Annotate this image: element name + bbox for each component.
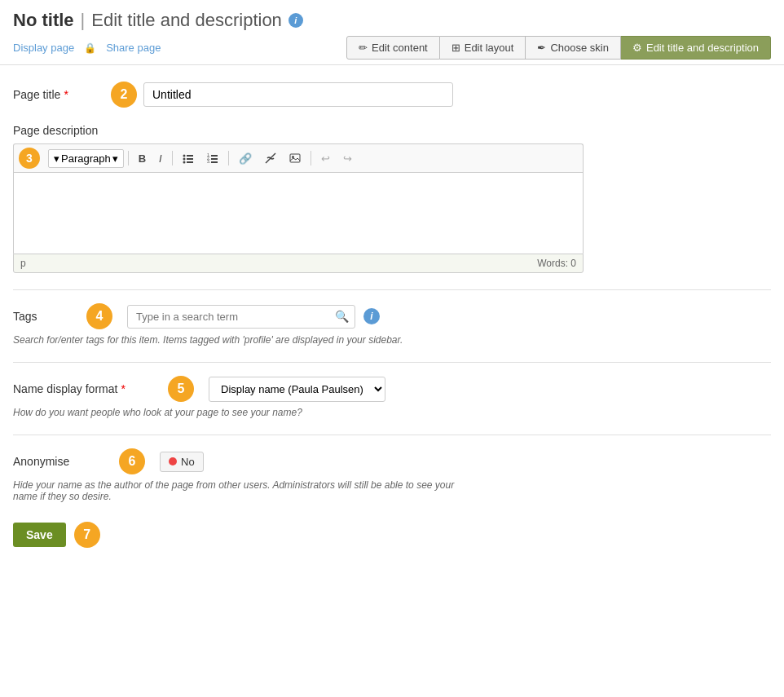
redo-button[interactable]: ↪ <box>337 149 358 168</box>
unlink-icon <box>265 152 276 164</box>
unlink-button[interactable] <box>259 149 282 167</box>
tab-edit-content[interactable]: ✏ Edit content <box>346 36 440 60</box>
name-format-label: Name display format * <box>13 382 160 395</box>
save-button[interactable]: Save <box>13 523 66 547</box>
svg-line-12 <box>266 153 275 163</box>
svg-rect-13 <box>290 154 300 162</box>
name-format-row: Name display format * 5 Display name (Pa… <box>13 376 771 402</box>
svg-rect-5 <box>187 161 193 163</box>
name-format-hint: How do you want people who look at your … <box>13 407 771 418</box>
anonymise-value: No <box>181 456 195 468</box>
svg-point-0 <box>183 155 185 157</box>
chevron-left-icon: ▾ <box>54 152 59 165</box>
editor-toolbar: 3 ▾ Paragraph ▾ B I 1.2.3. 🔗 <box>13 143 584 172</box>
anonymise-section: Anonymise 6 No Hide your name as the aut… <box>13 448 771 502</box>
tab-edit-layout[interactable]: ⊞ Edit layout <box>440 36 526 60</box>
page-description-label: Page description <box>13 124 771 137</box>
divider-3 <box>13 435 771 435</box>
svg-rect-9 <box>211 158 218 160</box>
step-6-badge: 6 <box>119 448 145 474</box>
page-title-row: Page title * 2 <box>13 82 771 108</box>
tags-section: Tags 4 🔍 i Search for/enter tags for thi… <box>13 303 771 346</box>
required-star: * <box>64 88 68 101</box>
page-description-section: Page description 3 ▾ Paragraph ▾ B I 1.2… <box>13 124 771 273</box>
edit-content-label: Edit content <box>372 42 428 54</box>
edit-title-icon: ⚙ <box>632 42 642 54</box>
toolbar-sep-1 <box>128 151 129 165</box>
svg-point-2 <box>183 158 185 161</box>
paragraph-dropdown[interactable]: ▾ Paragraph ▾ <box>48 149 124 168</box>
nav-bar: Display page 🔒 Share page ✏ Edit content… <box>13 36 771 60</box>
svg-rect-11 <box>211 161 218 163</box>
edit-title-label: Edit title and description <box>646 42 759 54</box>
image-icon <box>289 152 301 164</box>
title-separator: | <box>81 10 86 31</box>
edit-content-icon: ✏ <box>359 42 368 54</box>
tags-search-input[interactable] <box>127 305 355 329</box>
tab-buttons: ✏ Edit content ⊞ Edit layout ✒ Choose sk… <box>346 36 771 60</box>
editor-tag-p: p <box>20 258 26 269</box>
svg-point-14 <box>292 156 294 158</box>
page-header: No title | Edit title and description i … <box>0 0 784 65</box>
tab-edit-title[interactable]: ⚙ Edit title and description <box>621 36 771 60</box>
italic-button[interactable]: I <box>153 149 168 168</box>
divider-1 <box>13 289 771 290</box>
chevron-down-icon: ▾ <box>112 152 118 165</box>
page-title-label: Page title * <box>13 88 111 101</box>
paragraph-label: Paragraph <box>61 152 111 165</box>
edit-title-text: Edit title and description <box>91 10 282 31</box>
search-icon: 🔍 <box>335 310 349 323</box>
step-4-badge: 4 <box>86 303 112 329</box>
anonymise-toggle[interactable]: No <box>160 452 204 472</box>
toolbar-sep-4 <box>311 151 311 165</box>
svg-rect-7 <box>211 155 218 157</box>
editor-footer: p Words: 0 <box>13 254 584 273</box>
undo-button[interactable]: ↩ <box>315 149 336 168</box>
toolbar-sep-2 <box>172 151 173 165</box>
choose-skin-label: Choose skin <box>550 42 609 54</box>
page-title-input[interactable] <box>143 82 453 107</box>
no-title-text: No title <box>13 10 74 31</box>
bullet-list-icon <box>183 152 194 164</box>
name-format-select[interactable]: Display name (Paula Paulsen) <box>209 377 385 402</box>
main-content: Page title * 2 Page description 3 ▾ Para… <box>0 65 784 564</box>
bold-button[interactable]: B <box>133 149 152 168</box>
word-count: Words: 0 <box>537 258 576 269</box>
bullet-list-button[interactable] <box>177 149 200 167</box>
step-2-badge: 2 <box>111 82 137 108</box>
svg-rect-1 <box>187 155 193 157</box>
anonymise-label: Anonymise <box>13 455 111 468</box>
share-page-link[interactable]: Share page <box>106 42 161 54</box>
save-row: Save 7 <box>13 522 771 548</box>
name-format-required: * <box>121 382 125 395</box>
search-input-wrap: 🔍 <box>127 305 355 329</box>
toolbar-sep-3 <box>228 151 229 165</box>
numbered-list-icon: 1.2.3. <box>207 152 218 164</box>
tags-row: Tags 4 🔍 i <box>13 303 771 329</box>
tab-choose-skin[interactable]: ✒ Choose skin <box>526 36 621 60</box>
name-format-section: Name display format * 5 Display name (Pa… <box>13 376 771 418</box>
edit-layout-label: Edit layout <box>465 42 514 54</box>
svg-rect-3 <box>187 158 193 160</box>
image-button[interactable] <box>284 149 306 167</box>
numbered-list-button[interactable]: 1.2.3. <box>201 149 224 167</box>
tags-label: Tags <box>13 310 78 323</box>
step-7-badge: 7 <box>74 522 100 548</box>
tags-hint: Search for/enter tags for this item. Ite… <box>13 334 771 346</box>
anonymise-hint: Hide your name as the author of the page… <box>13 479 469 502</box>
edit-layout-icon: ⊞ <box>451 42 460 54</box>
editor-area[interactable] <box>13 172 584 254</box>
display-page-link[interactable]: Display page <box>13 42 74 54</box>
link-button[interactable]: 🔗 <box>233 149 258 168</box>
info-icon[interactable]: i <box>288 13 303 28</box>
tags-info-icon[interactable]: i <box>363 308 380 324</box>
step-3-badge: 3 <box>19 148 40 169</box>
page-title: No title | Edit title and description i <box>13 10 771 31</box>
lock-icon: 🔒 <box>84 42 96 54</box>
toggle-dot <box>169 457 177 465</box>
anonymise-row: Anonymise 6 No <box>13 448 771 474</box>
svg-point-4 <box>183 161 185 164</box>
step-5-badge: 5 <box>168 376 194 402</box>
divider-2 <box>13 362 771 363</box>
choose-skin-icon: ✒ <box>537 42 546 54</box>
